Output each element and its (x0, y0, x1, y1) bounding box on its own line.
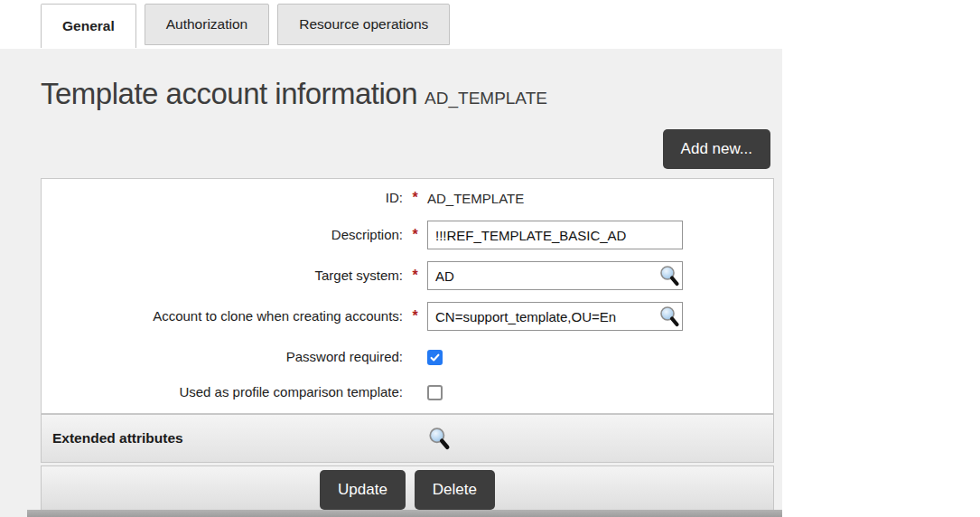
tab-general[interactable]: General (41, 4, 136, 48)
account-to-clone-label: Account to clone when creating accounts: (42, 308, 403, 324)
magnifier-icon[interactable] (658, 265, 680, 287)
tab-authorization[interactable]: Authorization (145, 4, 269, 45)
template-account-page: General Authorization Resource operation… (0, 0, 980, 517)
required-asterisk: * (403, 268, 427, 284)
page-subtitle: AD_TEMPLATE (425, 89, 547, 108)
id-label: ID: (42, 190, 403, 206)
bottom-edge-strip (27, 510, 782, 517)
password-required-label: Password required: (42, 349, 403, 365)
form-row-target-system: Target system: * (42, 261, 773, 290)
extended-attributes-label: Extended attributes (42, 430, 403, 446)
form-row-description: Description: * (42, 221, 773, 249)
form-row-id: ID: * AD_TEMPLATE (42, 186, 773, 210)
profile-comparison-checkbox[interactable] (427, 385, 443, 400)
description-label: Description: (42, 227, 403, 243)
magnifier-icon[interactable] (658, 306, 680, 327)
form-row-profile-comparison: Used as profile comparison template: (42, 381, 773, 404)
page-title: Template account informationAD_TEMPLATE (41, 77, 782, 111)
tab-bar: General Authorization Resource operation… (0, 0, 782, 49)
page-title-text: Template account information (41, 77, 417, 110)
tab-resource-operations[interactable]: Resource operations (277, 4, 450, 45)
form-row-account-to-clone: Account to clone when creating accounts:… (42, 302, 773, 331)
description-input[interactable] (427, 221, 683, 249)
password-required-checkbox[interactable] (427, 350, 443, 365)
required-asterisk: * (403, 227, 427, 243)
form-row-password-required: Password required: (42, 343, 773, 371)
target-system-label: Target system: (42, 268, 403, 284)
account-to-clone-input[interactable] (427, 302, 683, 331)
required-asterisk: * (403, 190, 427, 206)
update-button[interactable]: Update (320, 470, 406, 510)
delete-button[interactable]: Delete (415, 470, 495, 510)
id-value: AD_TEMPLATE (427, 191, 773, 206)
add-new-button[interactable]: Add new... (663, 129, 770, 169)
target-system-input[interactable] (427, 261, 683, 290)
extended-attributes-section[interactable]: Extended attributes (41, 414, 774, 463)
content-area: Template account informationAD_TEMPLATE … (0, 46, 782, 517)
checkmark-icon (429, 352, 441, 363)
profile-comparison-label: Used as profile comparison template: (42, 384, 403, 400)
form-footer: Update Delete (41, 465, 774, 511)
required-asterisk: * (403, 308, 427, 324)
form-panel: ID: * AD_TEMPLATE Description: * Target … (41, 178, 774, 511)
magnifier-icon[interactable] (427, 427, 451, 450)
form-body: ID: * AD_TEMPLATE Description: * Target … (41, 178, 774, 414)
